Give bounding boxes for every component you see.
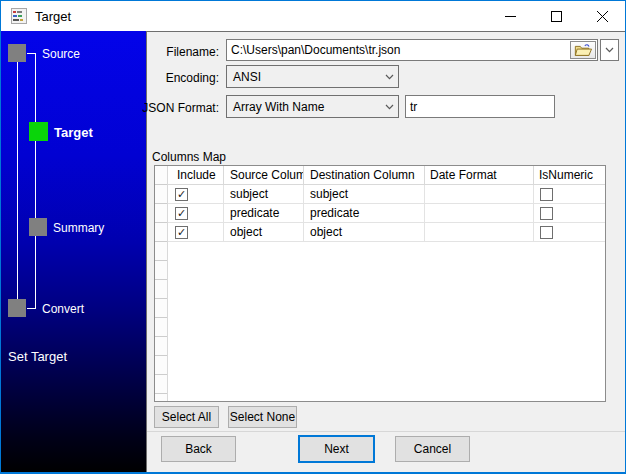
include-checkbox[interactable]: ✓ (175, 226, 188, 239)
source-column-cell: predicate (224, 204, 304, 223)
select-none-button[interactable]: Select None (228, 406, 297, 428)
isnumeric-checkbox[interactable] (540, 207, 553, 220)
step-marker-convert (8, 299, 26, 317)
window-title: Target (35, 1, 71, 31)
root-name-input[interactable]: tr (405, 95, 555, 118)
date-format-cell (425, 223, 534, 242)
chevron-down-icon (380, 74, 398, 80)
wizard-connector-line (27, 308, 36, 309)
json-format-value: Array With Name (227, 100, 380, 114)
step-label-target: Target (54, 125, 93, 140)
step-label-convert: Convert (42, 302, 84, 316)
checkmark-icon: ✓ (177, 227, 186, 238)
step-marker-target (29, 122, 48, 141)
encoding-label: Encoding: (151, 69, 219, 87)
chevron-down-icon (605, 47, 614, 53)
wizard-connector-line (17, 62, 18, 299)
columns-map-table: Include Source Column Destination Column… (154, 165, 606, 402)
checkmark-icon: ✓ (177, 208, 186, 219)
destination-column-cell: subject (304, 185, 425, 204)
back-button[interactable]: Back (161, 436, 236, 462)
include-checkbox[interactable]: ✓ (175, 207, 188, 220)
filename-dropdown-button[interactable] (600, 39, 619, 61)
chevron-down-icon (380, 104, 398, 110)
step-label-summary: Summary (53, 221, 104, 235)
header-source-column[interactable]: Source Column (224, 166, 304, 185)
isnumeric-checkbox[interactable] (540, 188, 553, 201)
header-date-format[interactable]: Date Format (425, 166, 534, 185)
close-button[interactable] (579, 1, 625, 31)
json-format-label: JSON Format: (141, 99, 219, 117)
checkmark-icon: ✓ (177, 189, 186, 200)
step-marker-summary (29, 218, 47, 236)
date-format-cell (425, 185, 534, 204)
close-icon (597, 11, 608, 22)
maximize-button[interactable] (533, 1, 579, 31)
filename-label: Filename: (151, 43, 219, 61)
header-isnumeric[interactable]: IsNumeric (534, 166, 605, 185)
table-header-row: Include Source Column Destination Column… (168, 166, 605, 185)
app-icon (11, 8, 27, 24)
root-name-value: tr (406, 100, 554, 114)
title-bar[interactable]: Target (1, 1, 625, 31)
date-format-cell (425, 204, 534, 223)
cancel-button[interactable]: Cancel (395, 436, 470, 462)
include-checkbox[interactable]: ✓ (175, 188, 188, 201)
footer-divider (147, 431, 626, 432)
header-include[interactable]: Include (168, 166, 224, 185)
target-dialog-window: Target Source Target Summary Convert Set… (0, 0, 626, 474)
minimize-icon (505, 11, 516, 22)
select-all-button[interactable]: Select All (154, 406, 219, 428)
step-label-source: Source (42, 47, 80, 61)
table-row[interactable]: ✓ predicate predicate (168, 204, 605, 223)
encoding-select[interactable]: ANSI (226, 65, 399, 88)
browse-button[interactable] (570, 41, 596, 59)
wizard-sidebar: Source Target Summary Convert Set Target (1, 31, 146, 473)
encoding-value: ANSI (227, 70, 380, 84)
open-folder-icon (574, 43, 592, 57)
row-selector-strip[interactable] (155, 166, 168, 401)
table-row[interactable]: ✓ object object (168, 223, 605, 242)
destination-column-cell: predicate (304, 204, 425, 223)
filename-input[interactable]: C:\Users\pan\Documents\tr.json (226, 39, 598, 61)
table-row[interactable]: ✓ subject subject (168, 185, 605, 204)
filename-value: C:\Users\pan\Documents\tr.json (227, 43, 570, 57)
next-button[interactable]: Next (298, 435, 375, 463)
wizard-connector-line (35, 53, 36, 309)
destination-column-cell: object (304, 223, 425, 242)
sidebar-caption: Set Target (8, 349, 67, 364)
wizard-connector-line (27, 53, 36, 54)
minimize-button[interactable] (487, 1, 533, 31)
json-format-select[interactable]: Array With Name (226, 95, 399, 118)
columns-map-label: Columns Map (152, 150, 226, 164)
header-destination-column[interactable]: Destination Column (304, 166, 425, 185)
isnumeric-checkbox[interactable] (540, 226, 553, 239)
maximize-icon (551, 11, 562, 22)
step-marker-source (8, 44, 26, 62)
source-column-cell: object (224, 223, 304, 242)
source-column-cell: subject (224, 185, 304, 204)
